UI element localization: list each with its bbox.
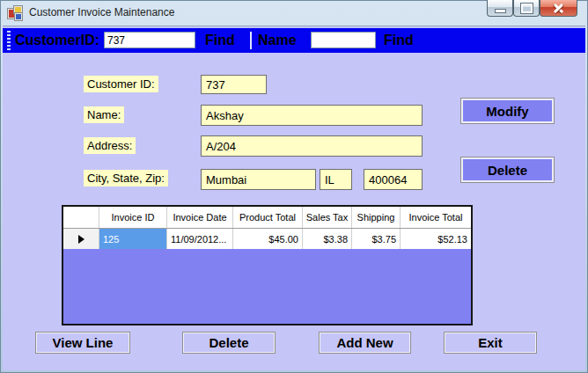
- invoice-grid: Invoice ID Invoice Date Product Total Sa…: [62, 205, 473, 325]
- row-selector-cell[interactable]: [63, 229, 99, 249]
- app-window: Customer Invoice Maintenance CustomerID:…: [0, 0, 588, 373]
- invoice-date-cell[interactable]: 11/09/2012...: [167, 229, 233, 249]
- address-label: Address:: [84, 137, 136, 154]
- app-icon: [7, 5, 22, 20]
- toolbar-name-input[interactable]: [311, 32, 376, 48]
- current-row-arrow-icon: [78, 235, 85, 244]
- view-line-button[interactable]: View Line: [35, 332, 130, 354]
- invoice-id-cell[interactable]: 125: [99, 229, 167, 249]
- add-new-button[interactable]: Add New: [319, 332, 411, 354]
- toolbar-customerid-label: CustomerID:: [15, 28, 99, 53]
- close-icon: [553, 3, 564, 14]
- maximize-icon: [521, 4, 533, 13]
- address-field[interactable]: A/204: [201, 135, 423, 157]
- toolbar-name-label: Name: [258, 28, 297, 53]
- close-button[interactable]: [540, 0, 577, 17]
- invoice-row[interactable]: 125 11/09/2012... $45.00 $3.38 $3.75 $52…: [63, 229, 471, 249]
- row-selector-header: [63, 207, 99, 228]
- column-header-invoice-date[interactable]: Invoice Date: [167, 207, 233, 228]
- title-bar: Customer Invoice Maintenance: [0, 0, 588, 26]
- toolbar-find-by-name-button[interactable]: Find: [384, 28, 414, 53]
- column-header-invoice-id[interactable]: Invoice ID: [99, 207, 167, 228]
- minimize-icon: [495, 9, 506, 13]
- modify-button[interactable]: Modify: [460, 98, 555, 124]
- app-icon-blue-square: [15, 13, 22, 20]
- toolbar-find-by-id-button[interactable]: Find: [205, 28, 235, 53]
- toolbar-separator: [250, 32, 252, 49]
- search-toolbar: CustomerID: Find Name Find: [3, 28, 585, 53]
- window-title: Customer Invoice Maintenance: [29, 0, 174, 26]
- invoice-grid-header: Invoice ID Invoice Date Product Total Sa…: [63, 207, 471, 229]
- name-field[interactable]: Akshay: [201, 105, 423, 126]
- name-label: Name:: [84, 106, 124, 123]
- city-field[interactable]: Mumbai: [201, 169, 316, 190]
- zip-field[interactable]: 400064: [364, 169, 423, 190]
- invoice-total-cell[interactable]: $52.13: [401, 229, 471, 249]
- shipping-cell[interactable]: $3.75: [352, 229, 401, 249]
- minimize-button[interactable]: [487, 0, 513, 17]
- product-total-cell[interactable]: $45.00: [233, 229, 303, 249]
- customer-id-label: Customer ID:: [84, 76, 158, 92]
- delete-customer-button[interactable]: Delete: [460, 157, 555, 183]
- delete-invoice-button[interactable]: Delete: [182, 332, 276, 354]
- sales-tax-cell[interactable]: $3.38: [303, 229, 352, 249]
- state-field[interactable]: IL: [320, 169, 352, 190]
- toolstrip-grip-icon[interactable]: [7, 31, 11, 50]
- customer-id-field[interactable]: 737: [201, 75, 267, 94]
- toolbar-customerid-input[interactable]: [104, 32, 195, 48]
- column-header-product-total[interactable]: Product Total: [233, 207, 303, 228]
- app-icon-yellow-square: [14, 6, 22, 13]
- column-header-invoice-total[interactable]: Invoice Total: [401, 207, 471, 228]
- column-header-sales-tax[interactable]: Sales Tax: [303, 207, 352, 228]
- exit-button[interactable]: Exit: [444, 332, 537, 354]
- maximize-button[interactable]: [513, 0, 540, 17]
- city-state-zip-label: City, State, Zip:: [84, 170, 168, 186]
- column-header-shipping[interactable]: Shipping: [352, 207, 401, 228]
